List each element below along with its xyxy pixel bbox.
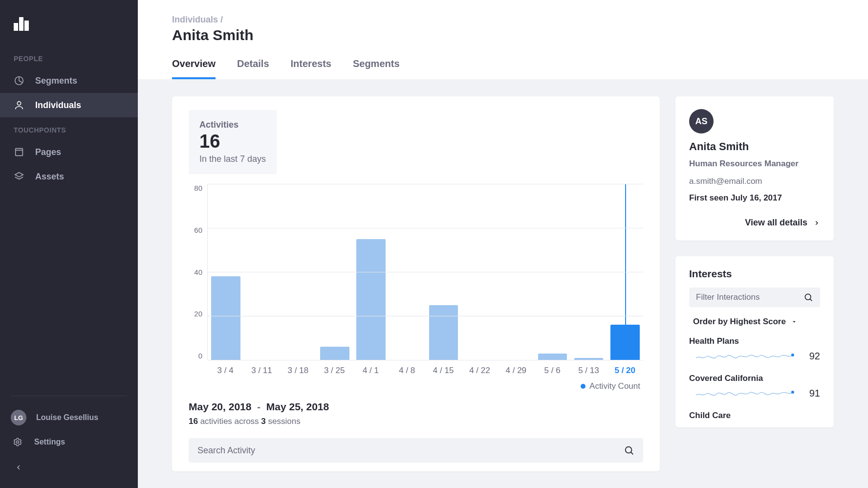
profile-card: AS Anita Smith Human Resources Manager a…	[675, 96, 834, 241]
date-range-start: May 20, 2018	[189, 401, 251, 412]
chevron-left-icon	[15, 464, 22, 471]
interest-score: 91	[809, 388, 820, 399]
sidebar-item-assets[interactable]: Assets	[0, 164, 138, 189]
chart-y-tick: 60	[194, 226, 202, 234]
svg-line-9	[631, 452, 633, 455]
filter-interactions-input[interactable]	[696, 292, 803, 302]
svg-point-12	[791, 354, 794, 356]
chart-bar	[320, 347, 349, 360]
search-activity[interactable]	[189, 438, 643, 463]
chart-x-label: 4 / 8	[389, 366, 425, 376]
metric-box: Activities 16 In the last 7 days	[189, 110, 277, 174]
chart-x-label: 4 / 29	[498, 366, 534, 376]
chart-x-label: 3 / 11	[243, 366, 280, 376]
view-all-details[interactable]: View all details	[689, 218, 820, 228]
tab-overview[interactable]: Overview	[172, 58, 216, 79]
search-icon	[624, 445, 634, 456]
app-logo[interactable]	[0, 0, 138, 46]
chart-x-label: 5 / 13	[570, 366, 607, 376]
chart-x-label: 4 / 15	[425, 366, 461, 376]
chart-legend-label: Activity Count	[589, 381, 640, 391]
sidebar-section-people: PEOPLE	[0, 46, 138, 68]
chart-x-label: 3 / 18	[280, 366, 316, 376]
metric-sub: In the last 7 days	[199, 154, 266, 164]
chart-x-label: 5 / 6	[534, 366, 570, 376]
header: Individuals / Anita Smith Overview Detai…	[138, 0, 868, 80]
search-icon	[803, 292, 813, 302]
interest-item[interactable]: Child Care	[689, 411, 820, 421]
chevron-right-icon	[813, 220, 820, 226]
sidebar-item-label: Segments	[35, 76, 77, 86]
sidebar-section-touchpoints: TOUCHPOINTS	[0, 117, 138, 140]
chart-y-tick: 40	[194, 268, 202, 276]
sidebar-item-segments[interactable]: Segments	[0, 68, 138, 93]
chart-legend: Activity Count	[189, 381, 640, 391]
svg-point-13	[791, 391, 794, 394]
chart-plot[interactable]	[207, 184, 643, 360]
metric-value: 16	[199, 131, 266, 152]
bars-logo-icon	[12, 13, 31, 33]
chart-x-label: 4 / 1	[352, 366, 389, 376]
sidebar-item-settings[interactable]: Settings	[0, 430, 138, 454]
main: Individuals / Anita Smith Overview Detai…	[138, 0, 868, 488]
gear-icon	[13, 437, 22, 447]
profile-name: Anita Smith	[689, 140, 820, 153]
content: Activities 16 In the last 7 days 8060402…	[138, 80, 868, 488]
profile-first-seen: First seen July 16, 2017	[689, 193, 820, 203]
avatar: AS	[689, 109, 714, 133]
sidebar-user[interactable]: LG Louise Gesellius	[0, 405, 138, 430]
layers-icon	[14, 171, 24, 182]
interest-score: 92	[809, 351, 820, 362]
activity-summary-tail: sessions	[266, 417, 301, 426]
sidebar-settings-label: Settings	[34, 438, 65, 446]
svg-rect-2	[24, 21, 29, 31]
legend-dot-icon	[581, 384, 586, 389]
tab-segments[interactable]: Segments	[353, 58, 400, 79]
interests-card: Interests Order by Highest Score Health	[675, 256, 834, 427]
svg-line-11	[810, 299, 812, 301]
chart-bar	[356, 239, 385, 360]
breadcrumb[interactable]: Individuals /	[172, 15, 834, 25]
chart-y-tick: 20	[194, 310, 202, 318]
sparkline-icon	[689, 348, 801, 364]
filter-interactions[interactable]	[689, 288, 820, 307]
svg-rect-0	[14, 23, 18, 31]
sidebar-item-label: Assets	[35, 172, 64, 182]
svg-point-4	[17, 102, 21, 105]
sidebar: PEOPLE Segments Individuals TOUCHPOINTS …	[0, 0, 138, 488]
interest-item[interactable]: Covered California91	[689, 374, 820, 401]
sidebar-item-individuals[interactable]: Individuals	[0, 93, 138, 117]
activity-count: 16	[189, 417, 198, 426]
activity-chart: 806040200 3 / 43 / 113 / 183 / 254 / 14 …	[189, 184, 643, 391]
chart-y-tick: 0	[198, 352, 202, 360]
svg-point-10	[805, 294, 811, 300]
svg-rect-5	[16, 149, 23, 156]
sidebar-user-name: Louise Gesellius	[36, 413, 98, 422]
chart-x-label: 4 / 22	[461, 366, 498, 376]
interest-name: Health Plans	[689, 336, 820, 346]
chart-bar	[538, 354, 567, 360]
date-range-end: May 25, 2018	[266, 401, 329, 412]
tabs: Overview Details Interests Segments	[172, 58, 834, 79]
sort-dropdown[interactable]: Order by Highest Score	[689, 317, 820, 327]
chart-bar	[211, 276, 240, 360]
sidebar-collapse[interactable]	[0, 454, 138, 488]
avatar: LG	[11, 410, 26, 425]
right-column: AS Anita Smith Human Resources Manager a…	[675, 96, 834, 471]
session-count: 3	[261, 417, 265, 426]
profile-email: a.smith@email.com	[689, 177, 820, 186]
interests-title: Interests	[689, 268, 820, 280]
tab-details[interactable]: Details	[237, 58, 269, 79]
tab-interests[interactable]: Interests	[291, 58, 331, 79]
view-all-label: View all details	[745, 218, 807, 228]
search-activity-input[interactable]	[197, 445, 624, 456]
svg-point-8	[626, 447, 632, 453]
interest-item[interactable]: Health Plans92	[689, 336, 820, 364]
chart-x-label: 3 / 25	[316, 366, 352, 376]
person-icon	[14, 100, 24, 111]
chart-x-label: 3 / 4	[207, 366, 243, 376]
interest-name: Child Care	[689, 411, 820, 421]
chart-x-axis: 3 / 43 / 113 / 183 / 254 / 14 / 84 / 154…	[207, 366, 643, 376]
date-range: May 20, 2018 - May 25, 2018	[189, 401, 643, 413]
sidebar-item-pages[interactable]: Pages	[0, 140, 138, 164]
